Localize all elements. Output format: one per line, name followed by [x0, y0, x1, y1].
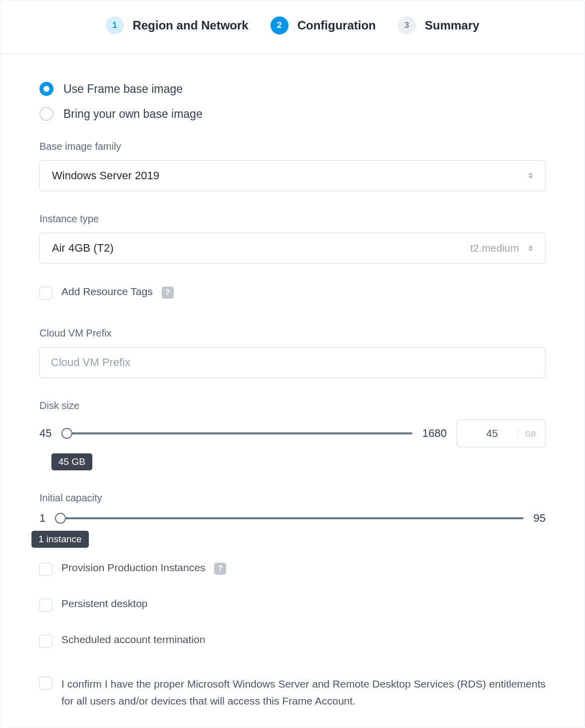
step-circle: 3 [398, 16, 416, 34]
disk-size-slider[interactable] [61, 432, 412, 434]
instance-type-detail: t2.medium [470, 242, 519, 254]
disk-size-unit: GB [518, 429, 536, 438]
confirm-entitlements-label: I confirm I have the proper Microsoft Wi… [61, 676, 546, 709]
step-configuration[interactable]: 2 Configuration [271, 16, 376, 34]
chevron-sort-icon [528, 173, 533, 179]
base-image-family-label: Base image family [39, 141, 546, 152]
help-icon[interactable]: ? [162, 287, 174, 299]
step-circle: 2 [271, 16, 289, 34]
instance-type-select[interactable]: Air 4GB (T2) t2.medium [39, 233, 546, 264]
initial-capacity-slider[interactable] [55, 517, 523, 519]
step-region-network[interactable]: 1 Region and Network [106, 16, 249, 34]
step-summary[interactable]: 3 Summary [398, 16, 479, 34]
wizard-stepper: 1 Region and Network 2 Configuration 3 S… [0, 0, 585, 54]
step-label: Configuration [297, 18, 376, 32]
help-icon[interactable]: ? [214, 563, 226, 575]
confirm-entitlements-checkbox[interactable] [39, 677, 52, 690]
instance-type-label: Instance type [39, 213, 546, 225]
base-image-family-select[interactable]: Windows Server 2019 [39, 160, 546, 191]
persistent-desktop-label: Persistent desktop [61, 598, 148, 610]
initial-capacity-tooltip: 1 instance [31, 531, 89, 548]
cloud-vm-prefix-input[interactable] [39, 347, 546, 378]
add-resource-tags-checkbox[interactable] [39, 287, 52, 300]
disk-size-tooltip: 45 GB [51, 453, 92, 470]
radio-label: Bring your own base image [63, 107, 203, 121]
radio-icon [39, 82, 53, 96]
scheduled-termination-checkbox[interactable] [39, 635, 52, 648]
cloud-vm-prefix-label: Cloud VM Prefix [39, 328, 546, 339]
disk-size-min: 45 [39, 427, 51, 440]
radio-use-frame-base-image[interactable]: Use Frame base image [39, 82, 546, 96]
scheduled-termination-label: Scheduled account termination [61, 634, 205, 646]
step-circle: 1 [106, 16, 124, 34]
chevron-sort-icon [528, 245, 533, 251]
disk-size-input-box[interactable]: 45 GB [457, 419, 546, 447]
provision-production-checkbox[interactable] [39, 563, 52, 576]
initial-capacity-min: 1 [39, 512, 45, 525]
initial-capacity-max: 95 [534, 512, 546, 525]
slider-thumb[interactable] [55, 513, 66, 524]
select-value: Windows Server 2019 [52, 169, 159, 182]
radio-bring-your-own-image[interactable]: Bring your own base image [39, 107, 546, 121]
select-value: Air 4GB (T2) [52, 242, 113, 255]
step-label: Summary [425, 18, 479, 32]
slider-thumb[interactable] [61, 428, 72, 439]
disk-size-value: 45 [466, 427, 518, 439]
disk-size-label: Disk size [39, 400, 546, 411]
persistent-desktop-checkbox[interactable] [39, 599, 52, 612]
add-resource-tags-label: Add Resource Tags ? [61, 286, 174, 299]
radio-icon [39, 107, 53, 121]
step-label: Region and Network [133, 18, 249, 32]
disk-size-max: 1680 [422, 427, 447, 440]
provision-production-label: Provision Production Instances ? [61, 562, 226, 575]
initial-capacity-label: Initial capacity [39, 492, 546, 504]
image-source-radio-group: Use Frame base image Bring your own base… [39, 82, 546, 121]
radio-label: Use Frame base image [63, 82, 183, 96]
